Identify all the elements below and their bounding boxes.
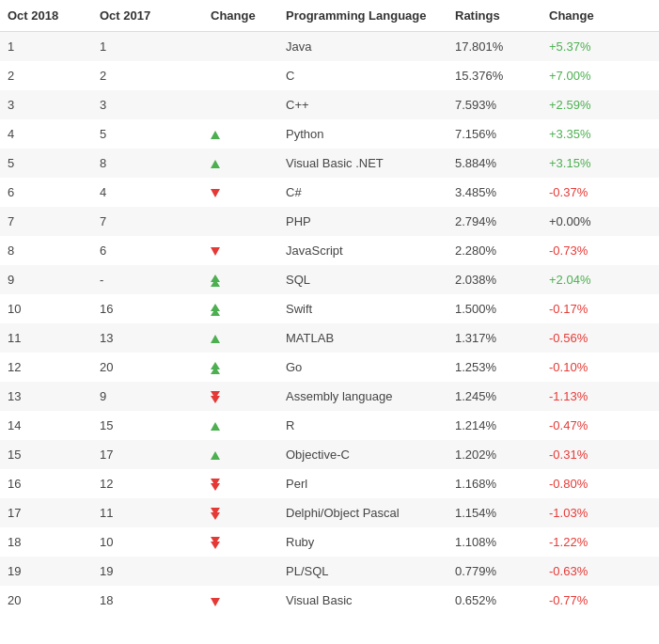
table-row: 16 12 Perl 1.168% -0.80% [0,469,659,498]
cell-change-arrow [203,119,278,149]
cell-change-value: -1.03% [541,498,659,527]
cell-ratings: 5.884% [447,149,541,178]
cell-oct2018: 4 [0,119,92,149]
up-double-arrow [211,304,220,316]
cell-change-value: -0.17% [541,294,659,323]
cell-change-value: -1.13% [541,382,659,411]
cell-ratings: 1.253% [447,353,541,382]
cell-lang: Visual Basic .NET [278,149,447,178]
cell-change-value: -0.77% [541,586,659,615]
table-row: 17 11 Delphi/Object Pascal 1.154% -1.03% [0,498,659,527]
cell-lang: C# [278,178,447,207]
cell-change-arrow [203,440,278,469]
cell-lang: Go [278,353,447,382]
header-change2: Change [541,0,659,32]
cell-oct2017: 9 [92,382,203,411]
cell-change-value: -0.73% [541,236,659,265]
cell-ratings: 7.156% [447,119,541,149]
cell-change-arrow [203,236,278,265]
cell-change-value: -0.31% [541,440,659,469]
cell-change-value: -0.80% [541,469,659,498]
cell-oct2017: 10 [92,527,203,557]
cell-change-value: -1.22% [541,527,659,557]
cell-oct2018: 16 [0,469,92,498]
cell-oct2018: 2 [0,61,92,90]
cell-oct2017: 12 [92,469,203,498]
up-double-arrow [211,362,220,374]
cell-oct2018: 11 [0,323,92,353]
cell-change-value: +3.15% [541,149,659,178]
cell-lang: C [278,61,447,90]
cell-oct2018: 8 [0,236,92,265]
up-single-arrow [211,451,220,460]
cell-oct2018: 5 [0,149,92,178]
cell-oct2017: 18 [92,586,203,615]
cell-change-value: +2.59% [541,90,659,119]
cell-change-arrow [203,353,278,382]
cell-change-arrow [203,557,278,586]
cell-lang: C++ [278,90,447,119]
down-double-arrow [211,479,220,491]
cell-lang: JavaScript [278,236,447,265]
cell-ratings: 1.108% [447,527,541,557]
cell-oct2018: 15 [0,440,92,469]
cell-oct2017: 5 [92,119,203,149]
table-row: 20 18 Visual Basic 0.652% -0.77% [0,586,659,615]
up-single-arrow [211,335,220,343]
table-row: 2 2 C 15.376% +7.00% [0,61,659,90]
cell-oct2017: 19 [92,557,203,586]
cell-oct2018: 14 [0,411,92,440]
cell-oct2018: 10 [0,294,92,323]
cell-lang: PL/SQL [278,557,447,586]
cell-oct2017: 17 [92,440,203,469]
table-row: 10 16 Swift 1.500% -0.17% [0,294,659,323]
cell-change-arrow [203,149,278,178]
cell-ratings: 17.801% [447,32,541,62]
table-row: 15 17 Objective-C 1.202% -0.31% [0,440,659,469]
cell-ratings: 0.779% [447,557,541,586]
cell-change-value: +5.37% [541,32,659,62]
down-single-arrow [211,247,220,256]
table-row: 18 10 Ruby 1.108% -1.22% [0,527,659,557]
cell-change-value: +3.35% [541,119,659,149]
cell-lang: Python [278,119,447,149]
cell-ratings: 7.593% [447,90,541,119]
cell-change-arrow [203,469,278,498]
up-single-arrow [211,131,220,139]
cell-ratings: 2.794% [447,207,541,236]
table-row: 19 19 PL/SQL 0.779% -0.63% [0,557,659,586]
cell-oct2018: 17 [0,498,92,527]
cell-lang: Java [278,32,447,62]
down-double-arrow [211,537,220,549]
cell-oct2017: 6 [92,236,203,265]
cell-change-arrow [203,527,278,557]
cell-oct2018: 13 [0,382,92,411]
cell-change-arrow [203,586,278,615]
cell-lang: Swift [278,294,447,323]
cell-ratings: 1.500% [447,294,541,323]
cell-oct2017: 4 [92,178,203,207]
cell-change-arrow [203,61,278,90]
cell-oct2017: 20 [92,353,203,382]
cell-oct2017: 15 [92,411,203,440]
cell-change-arrow [203,207,278,236]
cell-oct2018: 19 [0,557,92,586]
header-oct2017: Oct 2017 [92,0,203,32]
cell-ratings: 1.317% [447,323,541,353]
cell-oct2017: - [92,265,203,294]
cell-ratings: 2.038% [447,265,541,294]
cell-change-value: +7.00% [541,61,659,90]
rankings-table: Oct 2018 Oct 2017 Change Programming Lan… [0,0,659,615]
header-ratings: Ratings [447,0,541,32]
table-row: 12 20 Go 1.253% -0.10% [0,353,659,382]
table-row: 7 7 PHP 2.794% +0.00% [0,207,659,236]
header-oct2018: Oct 2018 [0,0,92,32]
cell-change-value: +2.04% [541,265,659,294]
cell-change-value: -0.63% [541,557,659,586]
cell-oct2018: 18 [0,527,92,557]
down-double-arrow [211,391,220,403]
cell-lang: Delphi/Object Pascal [278,498,447,527]
cell-ratings: 2.280% [447,236,541,265]
header-lang: Programming Language [278,0,447,32]
cell-change-value: -0.37% [541,178,659,207]
